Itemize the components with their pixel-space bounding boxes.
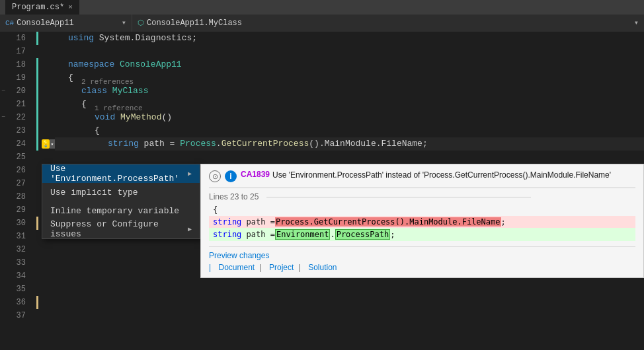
class-dropdown-label: ConsoleApp11.MyClass bbox=[147, 18, 242, 28]
lightbulb-row: 💡 ▾ bbox=[42, 137, 55, 151]
gutter-19: 19 bbox=[0, 71, 31, 85]
menu-item-label-suppress: Suppress or Configure issues bbox=[50, 219, 188, 239]
code-line-22: 1 reference void MyMethod() bbox=[55, 111, 644, 124]
code-line-20: 2 references class MyClass bbox=[55, 85, 644, 98]
gutter-26: 26 bbox=[0, 164, 31, 177]
class-dropdown-chevron: ▾ bbox=[634, 18, 639, 28]
file-dropdown-label: ConsoleApp11 bbox=[17, 18, 73, 28]
gutter-18: 18 bbox=[0, 58, 31, 71]
code-line-23: { bbox=[55, 124, 644, 137]
code-line-36 bbox=[55, 296, 644, 309]
menu-item-inline-temp[interactable]: Inline temporary variable bbox=[42, 201, 200, 220]
menu-item-implicit-type[interactable]: Use implicit type bbox=[42, 183, 200, 201]
gutter-24: 24 bbox=[0, 137, 31, 151]
collapse-22[interactable]: − bbox=[1, 111, 5, 124]
diff-removed-line: string path = Process.GetCurrentProcess(… bbox=[209, 216, 635, 228]
info-circle-icon: i bbox=[225, 170, 237, 182]
document-link[interactable]: Document bbox=[218, 263, 255, 272]
file-tab[interactable]: Program.cs* × bbox=[5, 0, 79, 15]
project-link[interactable]: Project bbox=[269, 263, 294, 272]
title-bar: Program.cs* × bbox=[0, 0, 644, 15]
nav-bar: C# ConsoleApp11 ▾ ⬡ ConsoleApp11.MyClass… bbox=[0, 15, 644, 32]
gutter-36: 36 bbox=[0, 296, 31, 309]
info-message: Use 'Environment.ProcessPath' instead of… bbox=[272, 170, 611, 181]
added-highlight-env: Environment bbox=[275, 229, 330, 240]
gutter-27: 27 bbox=[0, 177, 31, 190]
code-line-21: { bbox=[55, 98, 644, 111]
code-line-24: string path = Process.GetCurrentProcess(… bbox=[55, 137, 644, 151]
file-dropdown[interactable]: C# ConsoleApp11 ▾ bbox=[0, 15, 132, 32]
diff-section: Lines 23 to 25 { string path = Process.G… bbox=[209, 188, 635, 241]
gutter-25: 25 bbox=[0, 151, 31, 164]
diff-added-line: string path = Environment . ProcessPath … bbox=[209, 228, 635, 241]
expand-icon[interactable]: ⊙ bbox=[209, 170, 221, 182]
menu-item-suppress[interactable]: Suppress or Configure issues ▶ bbox=[42, 220, 200, 238]
tab-label: Program.cs* bbox=[12, 3, 64, 12]
menu-item-label-inline: Inline temporary variable bbox=[50, 206, 179, 216]
submenu-arrow-0: ▶ bbox=[188, 170, 192, 178]
line-numbers: 16 17 18 19 −20 21 −22 23 24 25 26 27 28… bbox=[0, 32, 36, 350]
gutter-35: 35 bbox=[0, 283, 31, 296]
code-line-19: { bbox=[55, 71, 644, 85]
code-line-37 bbox=[55, 309, 644, 322]
gutter-16: 16 bbox=[0, 32, 31, 45]
gutter-37: 37 bbox=[0, 309, 31, 322]
solution-link[interactable]: Solution bbox=[308, 263, 337, 272]
lightbulb-dropdown-arrow[interactable]: ▾ bbox=[50, 139, 55, 149]
gutter-34: 34 bbox=[0, 269, 31, 283]
gutter-29: 29 bbox=[0, 203, 31, 217]
preview-changes-link[interactable]: Preview changes bbox=[209, 246, 635, 260]
gutter-31: 31 bbox=[0, 230, 31, 243]
ca-code: CA1839 bbox=[241, 170, 270, 179]
code-line-17 bbox=[55, 45, 644, 58]
dropdown-chevron: ▾ bbox=[122, 18, 126, 28]
removed-highlight: Process.GetCurrentProcess().MainModule.F… bbox=[275, 217, 501, 227]
lightbulb-icon[interactable]: 💡 bbox=[42, 139, 50, 149]
gutter-23: 23 bbox=[0, 124, 31, 137]
close-icon[interactable]: × bbox=[68, 3, 73, 11]
class-dropdown[interactable]: ⬡ ConsoleApp11.MyClass ▾ bbox=[132, 15, 644, 32]
gutter-32: 32 bbox=[0, 243, 31, 256]
submenu-arrow-3: ▶ bbox=[188, 225, 192, 233]
context-menu: Use 'Environment.ProcessPath' ▶ Use impl… bbox=[42, 164, 200, 239]
gutter-20: −20 bbox=[0, 85, 31, 98]
info-header: ⊙ i CA1839 Use 'Environment.ProcessPath'… bbox=[209, 170, 635, 182]
collapse-20[interactable]: − bbox=[1, 85, 5, 98]
diff-line-brace: { bbox=[209, 204, 635, 216]
gutter-30: 30 bbox=[0, 217, 31, 230]
menu-item-label-implicit: Use implicit type bbox=[50, 188, 138, 197]
footer-separator: | bbox=[209, 263, 211, 272]
footer-links: | Document | Project | Solution bbox=[209, 263, 635, 272]
editor-area: 16 17 18 19 −20 21 −22 23 24 25 26 27 28… bbox=[0, 32, 644, 350]
gutter-21: 21 bbox=[0, 98, 31, 111]
gutter-28: 28 bbox=[0, 190, 31, 203]
info-title: CA1839 Use 'Environment.ProcessPath' ins… bbox=[241, 170, 611, 181]
code-line-18: namespace ConsoleApp11 bbox=[55, 58, 644, 71]
code-line-35 bbox=[55, 283, 644, 296]
code-line-25 bbox=[55, 151, 644, 164]
gutter-22: −22 bbox=[0, 111, 31, 124]
csharp-icon: C# bbox=[5, 19, 14, 27]
code-line-16: using System.Diagnostics; bbox=[55, 32, 644, 45]
menu-item-label-use-env: Use 'Environment.ProcessPath' bbox=[50, 164, 188, 184]
gutter-33: 33 bbox=[0, 256, 31, 269]
added-highlight-path: ProcessPath bbox=[335, 229, 390, 240]
menu-item-use-env[interactable]: Use 'Environment.ProcessPath' ▶ bbox=[42, 164, 200, 183]
diff-label: Lines 23 to 25 bbox=[209, 192, 635, 201]
gutter-17: 17 bbox=[0, 45, 31, 58]
class-icon: ⬡ bbox=[138, 18, 144, 27]
info-popup: ⊙ i CA1839 Use 'Environment.ProcessPath'… bbox=[200, 164, 644, 278]
change-indicators bbox=[36, 32, 42, 350]
